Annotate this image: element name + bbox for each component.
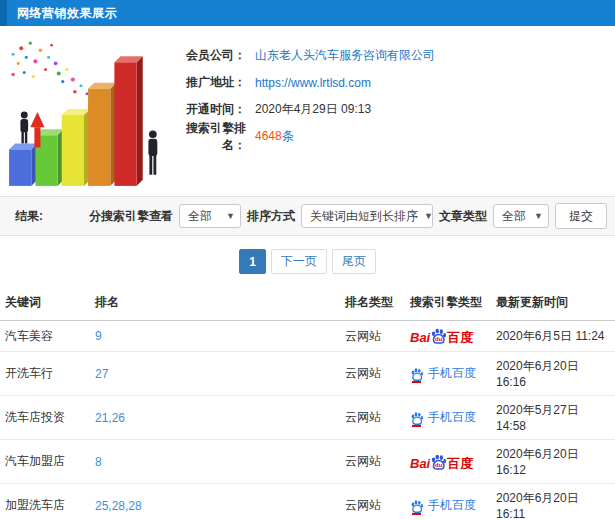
growth-chart-graphic [0, 32, 168, 194]
chart-bars [9, 56, 143, 186]
rank-type-cell: 云网站 [340, 440, 405, 484]
rank-cell: 8 [90, 440, 340, 484]
baidu-paw-icon [410, 499, 424, 513]
rank-cell: 25,28,28 [90, 484, 340, 520]
rank-link[interactable]: 8 [95, 455, 102, 469]
svg-text:du: du [435, 336, 443, 342]
keyword-cell: 汽车加盟店 [0, 440, 90, 484]
chevron-down-icon: ▼ [534, 211, 543, 221]
results-table: 关键词 排名 排名类型 搜索引擎类型 最新更新时间 汽车美容 9 云网站 Bai… [0, 285, 615, 520]
keyword-cell: 加盟洗车店 [0, 484, 90, 520]
updated-time-cell: 2020年6月20日 16:16 [491, 352, 615, 396]
engine-cell: Bai du 百度 [405, 440, 491, 484]
mobile-baidu-logo: 手机百度 [410, 365, 476, 382]
engine-rank-suffix: 条 [282, 129, 294, 143]
rank-link[interactable]: 9 [95, 329, 102, 343]
open-time-value: 2020年4月29日 09:13 [246, 101, 371, 118]
results-table-body: 汽车美容 9 云网站 Bai du 百度 2020年6月5日 11:24 开洗车… [0, 321, 615, 520]
baidu-paw-icon: du [430, 453, 447, 470]
mobile-baidu-underline [412, 425, 421, 427]
header-rank-type: 排名类型 [340, 285, 405, 321]
page-button-current[interactable]: 1 [239, 249, 266, 274]
promo-url-label: 推广地址： [168, 74, 246, 91]
updated-time-cell: 2020年6月5日 11:24 [491, 321, 615, 352]
baidu-logo-bai: Bai [410, 457, 430, 470]
updated-time-cell: 2020年6月20日 16:11 [491, 484, 615, 520]
baidu-paw-icon: du [430, 327, 447, 344]
businessman-right [148, 130, 157, 174]
pagination: 1 下一页 尾页 [0, 236, 615, 285]
mobile-baidu-label: 手机百度 [428, 497, 476, 514]
rank-cell: 27 [90, 352, 340, 396]
engine-rank-label: 搜索引擎排名： [168, 120, 246, 154]
baidu-logo: Bai du 百度 [410, 453, 473, 470]
rank-link[interactable]: 25,28,28 [95, 499, 142, 513]
chevron-down-icon: ▼ [226, 211, 235, 221]
next-page-button[interactable]: 下一页 [271, 249, 327, 274]
engine-cell: Bai du 百度 [405, 321, 491, 352]
table-row: 开洗车行 27 云网站 手机百度 2020年6月20日 16:16 [0, 352, 615, 396]
baidu-paw-icon [410, 411, 424, 425]
header-rank: 排名 [90, 285, 340, 321]
rank-type-cell: 云网站 [340, 352, 405, 396]
rank-type-cell: 云网站 [340, 396, 405, 440]
header-updated: 最新更新时间 [491, 285, 615, 321]
rank-cell: 21,26 [90, 396, 340, 440]
table-row: 汽车加盟店 8 云网站 Bai du 百度 2020年6月20日 16:12 [0, 440, 615, 484]
account-info-section: 会员公司： 山东老人头汽车服务咨询有限公司 推广地址： https://www.… [0, 26, 615, 196]
baidu-paw-icon [410, 367, 424, 381]
last-page-button[interactable]: 尾页 [332, 249, 376, 274]
updated-time-cell: 2020年6月20日 16:12 [491, 440, 615, 484]
table-row: 加盟洗车店 25,28,28 云网站 手机百度 2020年6月20日 16:11 [0, 484, 615, 520]
mobile-baidu-underline [412, 513, 421, 515]
account-fields: 会员公司： 山东老人头汽车服务咨询有限公司 推广地址： https://www.… [168, 32, 435, 196]
submit-button[interactable]: 提交 [555, 203, 607, 229]
company-label: 会员公司： [168, 47, 246, 64]
header-keyword: 关键词 [0, 285, 90, 321]
baidu-logo-cn: 百度 [447, 457, 473, 470]
sort-label: 排序方式 [247, 208, 295, 225]
field-company: 会员公司： 山东老人头汽车服务咨询有限公司 [168, 42, 435, 69]
sort-select[interactable]: 关键词由短到长排序 ▼ [301, 204, 433, 228]
title-bar: 网络营销效果展示 [0, 0, 615, 26]
engine-filter-select[interactable]: 全部 ▼ [179, 204, 241, 228]
engine-filter-value: 全部 [188, 208, 212, 225]
engine-rank-count: 4648 [255, 129, 282, 143]
engine-cell: 手机百度 [405, 352, 491, 396]
rank-type-cell: 云网站 [340, 321, 405, 352]
article-type-label: 文章类型 [439, 208, 487, 225]
page-title: 网络营销效果展示 [17, 5, 117, 22]
svg-text:du: du [435, 462, 443, 468]
filter-controls: 分搜索引擎查看 全部 ▼ 排序方式 关键词由短到长排序 ▼ 文章类型 全部 ▼ … [89, 203, 607, 229]
keyword-cell: 洗车店投资 [0, 396, 90, 440]
results-table-head: 关键词 排名 排名类型 搜索引擎类型 最新更新时间 [0, 285, 615, 321]
article-type-value: 全部 [502, 208, 526, 225]
rank-link[interactable]: 21,26 [95, 411, 125, 425]
table-row: 洗车店投资 21,26 云网站 手机百度 2020年5月27日 14:58 [0, 396, 615, 440]
mobile-baidu-underline [412, 381, 421, 383]
header-engine-type: 搜索引擎类型 [405, 285, 491, 321]
field-promo-url: 推广地址： https://www.lrtlsd.com [168, 69, 435, 96]
article-type-select[interactable]: 全部 ▼ [493, 204, 549, 228]
sort-value: 关键词由短到长排序 [310, 208, 418, 225]
table-row: 汽车美容 9 云网站 Bai du 百度 2020年6月5日 11:24 [0, 321, 615, 352]
mobile-baidu-logo: 手机百度 [410, 409, 476, 426]
rank-cell: 9 [90, 321, 340, 352]
engine-cell: 手机百度 [405, 396, 491, 440]
company-link[interactable]: 山东老人头汽车服务咨询有限公司 [255, 48, 435, 62]
open-time-label: 开通时间： [168, 101, 246, 118]
engine-cell: 手机百度 [405, 484, 491, 520]
businessman-left [20, 112, 28, 144]
baidu-logo-bai: Bai [410, 331, 430, 344]
baidu-logo: Bai du 百度 [410, 327, 473, 344]
rank-type-cell: 云网站 [340, 484, 405, 520]
result-label: 结果: [15, 208, 43, 225]
bar-chart-illustration [0, 32, 168, 194]
engine-filter-label: 分搜索引擎查看 [89, 208, 173, 225]
rank-link[interactable]: 27 [95, 367, 108, 381]
promo-url-link[interactable]: https://www.lrtlsd.com [255, 76, 371, 90]
baidu-logo-cn: 百度 [447, 331, 473, 344]
field-engine-rank: 搜索引擎排名： 4648条 [168, 123, 435, 150]
mobile-baidu-logo: 手机百度 [410, 497, 476, 514]
keyword-cell: 开洗车行 [0, 352, 90, 396]
